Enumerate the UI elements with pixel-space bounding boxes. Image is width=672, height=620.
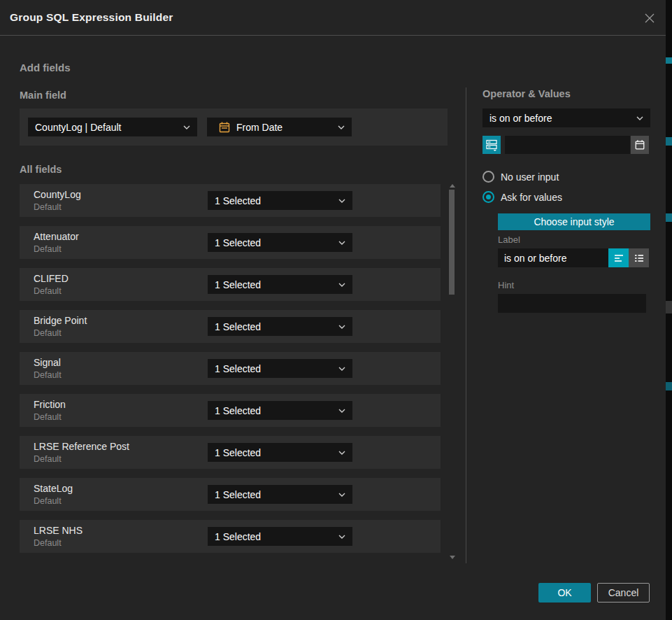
- field-values-select-value: 1 Selected: [215, 531, 334, 542]
- background-fragment: [666, 57, 672, 64]
- add-fields-heading: Add fields: [20, 62, 71, 73]
- chevron-down-icon: [636, 116, 643, 120]
- background-fragment: [666, 382, 672, 390]
- list-icon: [634, 253, 645, 264]
- field-values-select[interactable]: 1 Selected: [208, 485, 352, 504]
- field-values-select-value: 1 Selected: [215, 195, 334, 206]
- main-field-panel: CountyLog | Default From Date: [20, 108, 448, 146]
- field-values-select-value: 1 Selected: [215, 363, 334, 374]
- hint-input[interactable]: [498, 294, 646, 313]
- field-values-select[interactable]: 1 Selected: [208, 233, 352, 252]
- field-values-select-value: 1 Selected: [215, 237, 334, 248]
- field-values-select[interactable]: 1 Selected: [208, 191, 352, 210]
- group-sql-expression-builder-dialog: Group SQL Expression Builder Add fields …: [0, 0, 666, 620]
- close-button[interactable]: [641, 9, 659, 27]
- scrollbar-down-arrow-icon[interactable]: [450, 556, 455, 559]
- chevron-down-icon: [338, 367, 345, 371]
- field-values-select[interactable]: 1 Selected: [208, 359, 352, 378]
- chevron-down-icon: [338, 493, 345, 497]
- chevron-down-icon: [338, 451, 345, 455]
- chevron-down-icon: [338, 283, 345, 287]
- field-values-select[interactable]: 1 Selected: [208, 443, 352, 462]
- date-value-input[interactable]: [505, 136, 630, 154]
- operator-values-heading: Operator & Values: [482, 88, 571, 99]
- field-values-select-value: 1 Selected: [215, 321, 334, 332]
- field-sublabel: Default: [34, 328, 62, 338]
- chevron-down-icon: [338, 125, 345, 129]
- field-sublabel: Default: [34, 286, 62, 296]
- radio-ask-for-values[interactable]: Ask for values: [482, 191, 562, 203]
- field-sublabel: Default: [34, 496, 62, 506]
- main-field-heading: Main field: [20, 90, 66, 101]
- field-row: CountyLogDefault1 Selected: [20, 184, 441, 217]
- field-row: LRSE Reference PostDefault1 Selected: [20, 436, 441, 469]
- field-values-select[interactable]: 1 Selected: [208, 527, 352, 546]
- chevron-down-icon: [338, 409, 345, 413]
- field-sublabel: Default: [34, 538, 62, 548]
- close-icon: [644, 13, 655, 24]
- field-row: SignalDefault1 Selected: [20, 352, 441, 385]
- input-style-button[interactable]: [482, 136, 501, 154]
- field-values-select[interactable]: 1 Selected: [208, 317, 352, 336]
- chevron-down-icon: [338, 535, 345, 539]
- main-field-select-value: From Date: [236, 122, 334, 133]
- field-name: CLIFED: [34, 273, 69, 284]
- field-sublabel: Default: [34, 202, 62, 212]
- date-picker-button[interactable]: [631, 136, 649, 154]
- main-field-select[interactable]: From Date: [207, 118, 352, 136]
- panel-divider: [466, 87, 466, 563]
- radio-no-user-input[interactable]: No user input: [482, 171, 559, 183]
- align-left-icon: [613, 253, 624, 264]
- calendar-icon: [634, 139, 645, 150]
- field-row: FrictionDefault1 Selected: [20, 394, 441, 427]
- background-fragment: [666, 137, 672, 146]
- field-name: CountyLog: [34, 189, 81, 200]
- radio-circle-selected-icon: [482, 191, 494, 203]
- chevron-down-icon: [338, 199, 345, 203]
- chevron-down-icon: [183, 125, 190, 129]
- field-sublabel: Default: [34, 412, 62, 422]
- choose-input-style-button[interactable]: Choose input style: [498, 213, 650, 230]
- screen: Group SQL Expression Builder Add fields …: [0, 0, 672, 620]
- scrollbar-thumb[interactable]: [449, 190, 455, 295]
- field-name: LRSE NHS: [34, 525, 83, 536]
- field-values-select-value: 1 Selected: [215, 405, 334, 416]
- field-name: StateLog: [34, 483, 73, 494]
- all-fields-list: CountyLogDefault1 SelectedAttenuatorDefa…: [20, 184, 441, 562]
- field-values-select[interactable]: 1 Selected: [208, 275, 352, 294]
- field-name: Signal: [34, 357, 61, 368]
- field-sublabel: Default: [34, 244, 62, 254]
- field-sublabel: Default: [34, 370, 62, 380]
- background-app-strip: [666, 0, 672, 620]
- radio-ask-for-values-label: Ask for values: [501, 192, 562, 203]
- radio-circle-icon: [482, 171, 494, 183]
- field-values-select-value: 1 Selected: [215, 447, 334, 458]
- label-input[interactable]: [498, 248, 608, 267]
- field-name: LRSE Reference Post: [34, 441, 129, 452]
- single-line-style-button[interactable]: [608, 248, 629, 267]
- calendar-icon: [218, 121, 231, 134]
- field-row: CLIFEDDefault1 Selected: [20, 268, 441, 301]
- operator-select[interactable]: is on or before: [482, 108, 650, 127]
- field-row: Bridge PointDefault1 Selected: [20, 310, 441, 343]
- operator-select-value: is on or before: [489, 113, 632, 124]
- field-name: Bridge Point: [34, 315, 87, 326]
- list-style-button[interactable]: [629, 248, 649, 267]
- field-row: AttenuatorDefault1 Selected: [20, 226, 441, 259]
- field-name: Friction: [34, 399, 66, 410]
- radio-no-user-input-label: No user input: [501, 171, 559, 183]
- field-values-select-value: 1 Selected: [215, 279, 334, 290]
- cancel-button[interactable]: Cancel: [597, 583, 650, 603]
- chevron-down-icon: [338, 241, 345, 245]
- layer-select-value: CountyLog | Default: [35, 122, 179, 133]
- ok-button[interactable]: OK: [538, 583, 591, 603]
- field-sublabel: Default: [34, 454, 62, 464]
- all-fields-heading: All fields: [20, 164, 62, 175]
- dialog-titlebar: Group SQL Expression Builder: [0, 0, 666, 36]
- field-row: StateLogDefault1 Selected: [20, 478, 441, 511]
- layer-select[interactable]: CountyLog | Default: [28, 118, 197, 136]
- scrollbar-up-arrow-icon[interactable]: [450, 184, 455, 188]
- fields-scrollbar[interactable]: [448, 183, 455, 561]
- field-values-select[interactable]: 1 Selected: [208, 401, 352, 420]
- hint-field-label: Hint: [498, 280, 514, 290]
